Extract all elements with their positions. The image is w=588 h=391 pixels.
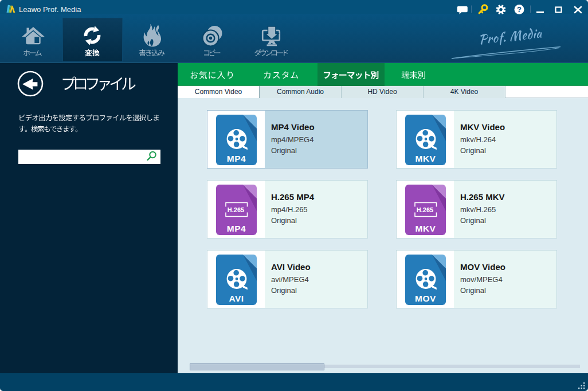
svg-text:AVI: AVI [229,294,244,303]
svg-text:MKV: MKV [415,154,436,163]
svg-text:H.265: H.265 [228,206,244,213]
svg-text:H.265: H.265 [417,206,433,213]
svg-text:MKV: MKV [415,224,436,233]
svg-text:MP4: MP4 [227,224,246,233]
svg-text:MOV: MOV [415,294,436,303]
svg-text:MP4: MP4 [227,154,246,163]
svg-text:?: ? [517,5,522,14]
